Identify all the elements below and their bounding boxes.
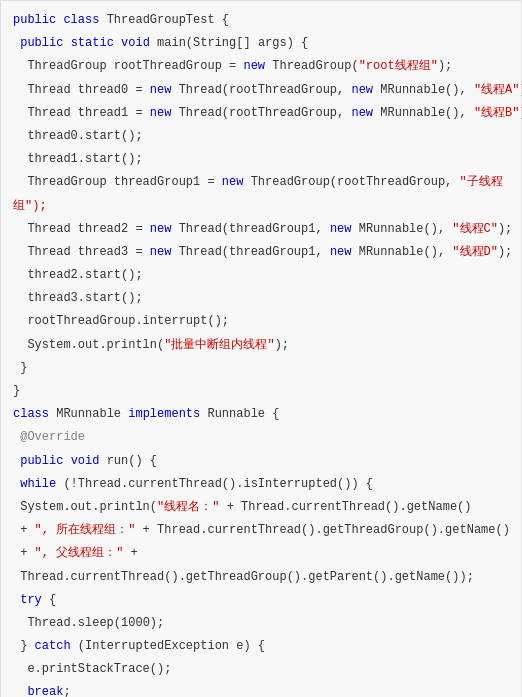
code-line: public void run() { xyxy=(1,450,521,473)
code-line: Thread thread3 = new Thread(threadGroup1… xyxy=(1,241,521,264)
code-line: class MRunnable implements Runnable { xyxy=(1,403,521,426)
code-line: rootThreadGroup.interrupt(); xyxy=(1,310,521,333)
code-line: public static void main(String[] args) { xyxy=(1,32,521,55)
code-line: Thread thread0 = new Thread(rootThreadGr… xyxy=(1,79,521,102)
code-line: System.out.println("批量中断组内线程"); xyxy=(1,334,521,357)
code-line: while (!Thread.currentThread().isInterru… xyxy=(1,473,521,496)
code-line: break; xyxy=(1,681,521,697)
code-line: @Override xyxy=(1,426,521,449)
code-line: } xyxy=(1,380,521,403)
code-container: public class ThreadGroupTest { public st… xyxy=(0,0,522,697)
code-line: thread1.start(); xyxy=(1,148,521,171)
code-line: 组"); xyxy=(1,195,521,218)
code-line: + ", 所在线程组：" + Thread.currentThread().ge… xyxy=(1,519,521,542)
code-line: ThreadGroup rootThreadGroup = new Thread… xyxy=(1,55,521,78)
code-line: e.printStackTrace(); xyxy=(1,658,521,681)
code-line: try { xyxy=(1,589,521,612)
code-line: System.out.println("线程名：" + Thread.curre… xyxy=(1,496,521,519)
code-line: thread0.start(); xyxy=(1,125,521,148)
code-line: } catch (InterruptedException e) { xyxy=(1,635,521,658)
code-lines: public class ThreadGroupTest { public st… xyxy=(1,9,521,697)
code-line: Thread.sleep(1000); xyxy=(1,612,521,635)
code-line: ThreadGroup threadGroup1 = new ThreadGro… xyxy=(1,171,521,194)
code-line: public class ThreadGroupTest { xyxy=(1,9,521,32)
code-line: Thread thread2 = new Thread(threadGroup1… xyxy=(1,218,521,241)
code-line: Thread.currentThread().getThreadGroup().… xyxy=(1,566,521,589)
code-line: thread2.start(); xyxy=(1,264,521,287)
code-line: } xyxy=(1,357,521,380)
code-line: thread3.start(); xyxy=(1,287,521,310)
code-line: Thread thread1 = new Thread(rootThreadGr… xyxy=(1,102,521,125)
code-line: + ", 父线程组：" + xyxy=(1,542,521,565)
